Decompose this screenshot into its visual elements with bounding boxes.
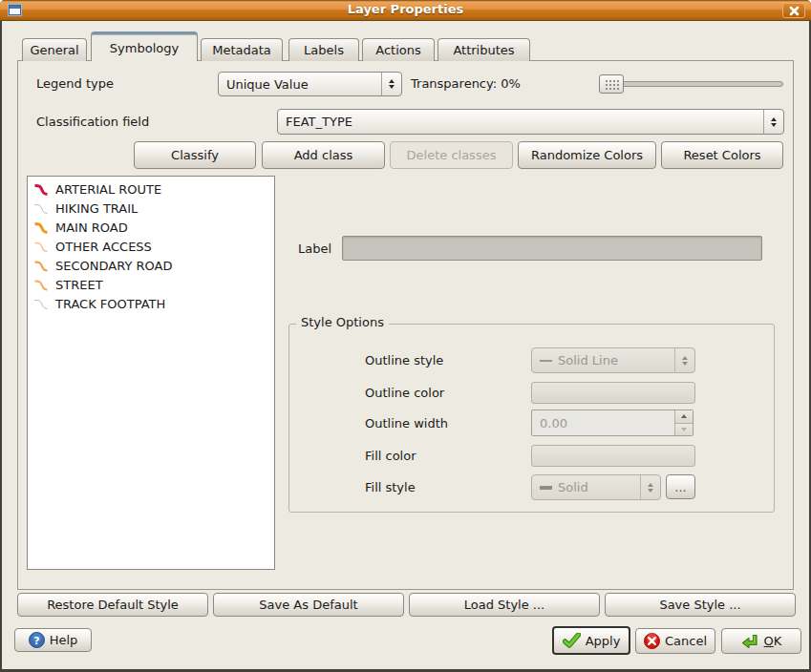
list-item[interactable]: ARTERIAL ROUTE (28, 179, 274, 199)
list-item[interactable]: TRACK FOOTPATH (28, 294, 274, 313)
list-item[interactable]: OTHER ACCESS (28, 237, 274, 256)
classify-button[interactable]: Classify (134, 141, 256, 169)
load-style-button[interactable]: Load Style ... (409, 593, 600, 617)
spin-up-icon (675, 410, 693, 424)
tab-actions[interactable]: Actions (362, 38, 435, 61)
outline-width-spinner: 0.00 (531, 410, 694, 436)
solid-line-icon (540, 360, 552, 362)
restore-default-style-button[interactable]: Restore Default Style (17, 593, 208, 617)
ok-button[interactable]: OK (721, 628, 801, 654)
tab-metadata[interactable]: Metadata (201, 38, 283, 61)
fill-color-label: Fill color (365, 447, 416, 464)
tab-symbology[interactable]: Symbology (91, 32, 198, 61)
reset-colors-button[interactable]: Reset Colors (661, 141, 783, 169)
save-style-button[interactable]: Save Style ... (605, 593, 796, 617)
outline-style-select: Solid Line (531, 347, 695, 373)
legend-type-select[interactable]: Unique Value (218, 72, 402, 96)
line-symbol-icon (33, 279, 49, 291)
line-symbol-icon (33, 202, 49, 215)
outline-style-label: Outline style (365, 351, 443, 368)
ok-enter-icon (741, 633, 759, 649)
combo-arrows-icon (763, 110, 783, 134)
close-icon (789, 6, 800, 16)
add-class-button[interactable]: Add class (262, 141, 385, 169)
outline-width-label: Outline width (365, 414, 448, 431)
spin-down-icon (675, 424, 693, 436)
classes-list[interactable]: ARTERIAL ROUTE HIKING TRAIL MAIN ROAD OT… (27, 176, 275, 570)
delete-classes-button: Delete classes (390, 141, 513, 169)
layer-properties-window: Layer Properties General Symbology Metad… (0, 0, 811, 672)
transparency-label: Transparency: 0% (411, 74, 521, 92)
tab-labels[interactable]: Labels (288, 38, 359, 61)
list-item[interactable]: SECONDARY ROAD (28, 256, 274, 275)
label-field-label: Label (298, 240, 331, 257)
randomize-colors-button[interactable]: Randomize Colors (518, 141, 656, 169)
label-input[interactable] (342, 236, 762, 261)
cancel-button[interactable]: Cancel (635, 628, 715, 654)
legend-type-label: Legend type (36, 74, 114, 92)
style-options-title: Style Options (296, 315, 389, 329)
classification-field-select[interactable]: FEAT_TYPE (277, 109, 784, 135)
combo-arrows-icon (674, 348, 694, 372)
titlebar[interactable]: Layer Properties (0, 0, 811, 21)
line-symbol-icon (33, 183, 49, 196)
help-button[interactable]: ? Help (14, 628, 92, 652)
tab-attributes[interactable]: Attributes (438, 38, 530, 61)
classification-field-label: Classification field (36, 113, 149, 130)
list-item[interactable]: STREET (28, 275, 274, 294)
outline-color-button (531, 382, 695, 404)
fill-color-button (531, 445, 695, 467)
line-symbol-icon (33, 241, 49, 253)
list-item[interactable]: MAIN ROAD (28, 218, 274, 237)
transparency-slider-track[interactable] (600, 81, 783, 87)
window-title: Layer Properties (0, 2, 811, 16)
line-symbol-icon (33, 298, 49, 310)
fill-style-more-button[interactable]: ... (666, 474, 695, 499)
list-item[interactable]: HIKING TRAIL (28, 199, 274, 218)
help-icon: ? (29, 632, 45, 648)
svg-text:?: ? (33, 635, 39, 647)
outline-color-label: Outline color (365, 384, 444, 401)
cancel-icon (644, 633, 660, 649)
line-symbol-icon (33, 260, 49, 272)
tab-general[interactable]: General (22, 38, 87, 61)
fill-style-select: Solid (531, 474, 661, 500)
save-as-default-button[interactable]: Save As Default (213, 593, 404, 617)
combo-arrows-icon (381, 73, 401, 95)
solid-fill-icon (540, 486, 552, 490)
close-button[interactable] (782, 3, 805, 18)
line-symbol-icon (33, 221, 49, 234)
slider-grip-dots (605, 79, 619, 90)
apply-button[interactable]: Apply (552, 626, 630, 655)
fill-style-label: Fill style (365, 478, 416, 495)
apply-check-icon (563, 633, 581, 648)
transparency-slider-handle[interactable] (599, 74, 624, 94)
combo-arrows-icon (640, 475, 660, 499)
